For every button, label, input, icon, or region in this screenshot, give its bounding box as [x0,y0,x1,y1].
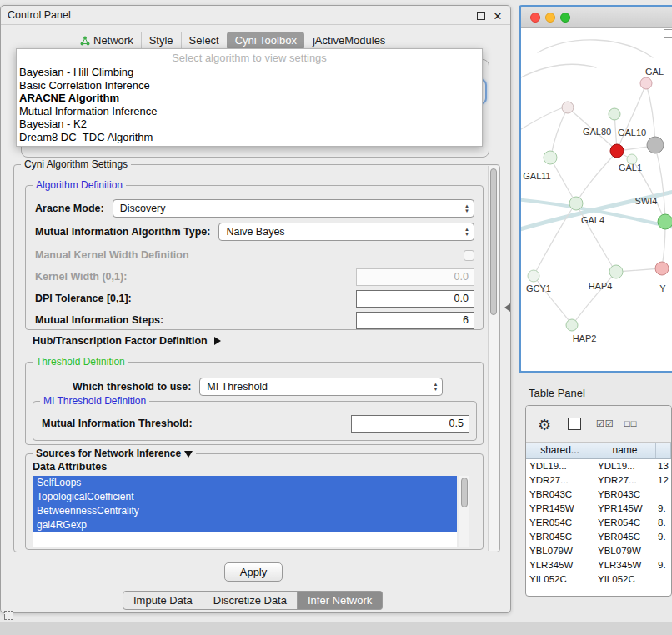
mi-type-value: Naive Bayes [226,226,284,238]
table-row[interactable]: YBR045CYBR045C9. [526,530,671,544]
network-edge[interactable] [551,159,575,202]
manual-kernel-checkbox[interactable] [464,250,474,261]
hub-definition-toggle[interactable]: Hub/Transcription Factor Definition [33,335,221,347]
table-cell: YIL052C [526,572,594,587]
algorithm-option-basic-correlation-inference[interactable]: Basic Correlation Inference [17,79,482,92]
table-row[interactable]: YBR043CYBR043C [526,488,671,502]
select-all-checks-icon[interactable] [596,418,614,429]
network-node[interactable] [528,270,539,282]
network-node[interactable] [562,102,574,113]
network-node[interactable] [609,265,623,278]
network-node[interactable] [569,197,583,210]
attribute-item-gal4rgexp[interactable]: gal4RGexp [33,518,457,532]
table-row[interactable]: YER054CYER054C8. [526,516,671,530]
sources-group-title[interactable]: Sources for Network Inference [33,448,196,459]
network-node[interactable] [640,78,652,89]
table-row[interactable]: YBL079WYBL079W [526,544,671,558]
table-column-header-2[interactable] [656,442,671,458]
traffic-light-minimize-icon[interactable] [545,12,555,22]
algorithm-option-bayesian-hill-climbing[interactable]: Bayesian - Hill Climbing [17,66,482,79]
table-cell: YDL19... [526,459,594,473]
cyni-algorithm-settings-group: Cyni Algorithm Settings Algorithm Defini… [13,164,500,552]
dpi-tolerance-field[interactable]: 0.0 [356,290,474,308]
tab-network[interactable]: Network [73,32,141,50]
tab-jactivemodules[interactable]: jActiveModules [304,32,393,50]
network-node[interactable] [609,108,620,120]
deselect-all-boxes-icon[interactable] [624,418,637,428]
network-node[interactable] [658,214,672,229]
network-edge[interactable] [577,152,616,202]
algorithm-option-dream8-dc-tdc-algorithm[interactable]: Dream8 DC_TDC Algorithm [17,131,482,144]
table-column-header-1[interactable]: name [594,442,656,458]
traffic-light-close-icon[interactable] [530,12,540,22]
mi-steps-field[interactable]: 6 [356,312,474,329]
network-canvas[interactable]: GALGAL80GAL10GAL11GAL1SWI4GAL4GCY1HAP4YH… [521,28,672,371]
network-node[interactable] [544,151,557,164]
close-window-icon[interactable] [492,10,504,22]
bottom-tab-impute-data[interactable]: Impute Data [123,591,203,610]
network-node[interactable] [655,262,669,275]
network-edge[interactable] [534,205,574,274]
bottom-tab-discretize-data[interactable]: Discretize Data [203,591,298,610]
network-edge[interactable] [538,40,653,58]
algorithm-dropdown-popup[interactable]: Select algorithm to view settings Bayesi… [16,48,483,147]
tab-style[interactable]: Style [141,32,181,50]
panel-grip-handle[interactable] [4,611,13,620]
network-node[interactable] [566,319,578,331]
attributes-scrollbar[interactable] [459,476,469,548]
canvas-corner-box[interactable] [664,29,672,38]
algorithm-option-aracne-algorithm[interactable]: ARACNE Algorithm [17,92,482,105]
algorithm-option-bayesian-k2[interactable]: Bayesian - K2 [17,118,482,131]
attributes-scrollbar-thumb[interactable] [461,478,468,508]
table-cell: YDL19... [594,459,656,473]
data-attributes-list[interactable]: SelfLoopsTopologicalCoefficientBetweenne… [33,476,457,548]
table-row[interactable]: YPR145WYPR145W9. [526,502,671,516]
network-view-window: GALGAL80GAL10GAL11GAL1SWI4GAL4GCY1HAP4YH… [519,5,672,373]
table-cell: 12 [656,473,671,488]
attribute-item-topologicalcoefficient[interactable]: TopologicalCoefficient [33,490,457,504]
apply-button[interactable]: Apply [224,562,283,582]
algorithm-option-mutual-information-inference[interactable]: Mutual Information Inference [17,105,482,118]
tab-cyni-toolbox[interactable]: Cyni Toolbox [227,32,304,50]
aracne-mode-select[interactable]: Discovery [113,199,474,218]
collapse-down-arrow-icon [184,451,193,458]
network-edge[interactable] [617,268,660,272]
gear-icon[interactable] [538,416,551,434]
network-node[interactable] [610,144,624,158]
control-panel-titlebar: Control Panel [1,6,510,25]
attribute-item-betweennesscentrality[interactable]: BetweennessCentrality [33,504,457,518]
table-row[interactable]: YDR27...YDR27...12 [526,473,671,488]
network-edge[interactable] [662,223,665,267]
network-tab-icon [80,36,90,46]
bottom-tab-infer-network[interactable]: Infer Network [298,591,383,610]
kernel-width-field[interactable]: 0.0 [356,268,474,286]
tab-select[interactable]: Select [181,32,227,50]
manual-kernel-row: Manual Kernel Width Definition [35,246,474,264]
traffic-light-zoom-icon[interactable] [560,12,570,22]
settings-scrollbar-thumb[interactable] [490,168,497,315]
threshold-definition-group: Threshold Definition Which threshold to … [25,362,484,445]
table-cell: YBL079W [594,544,656,558]
table-row[interactable]: YDL19...YDL19...13 [526,459,671,473]
network-edge[interactable] [551,108,568,156]
table-row[interactable]: YIL052CYIL052C [526,572,671,587]
table-row[interactable]: YLR345WYLR345W9. [526,558,671,572]
mi-threshold-field[interactable]: 0.5 [351,415,469,432]
mi-type-select[interactable]: Naive Bayes [218,222,474,241]
which-threshold-select[interactable]: MI Threshold [199,378,443,396]
attribute-item-selfloops[interactable]: SelfLoops [33,476,457,490]
float-window-icon[interactable] [475,10,487,22]
settings-scrollbar[interactable] [488,166,499,551]
column-chooser-icon[interactable] [568,418,581,430]
network-edge[interactable] [646,83,655,143]
network-edge[interactable] [618,83,646,149]
combo-arrows-icon [464,227,469,237]
panel-collapse-arrow-icon[interactable] [504,303,510,312]
network-node[interactable] [647,137,664,153]
tab-label: Network [93,32,133,50]
network-node-label: GAL1 [619,162,642,172]
table-column-header-0[interactable]: shared... [526,442,594,458]
network-edge[interactable] [521,64,596,78]
algorithm-definition-group: Algorithm Definition Aracne Mode: Discov… [25,185,484,330]
hub-definition-label: Hub/Transcription Factor Definition [33,335,208,347]
